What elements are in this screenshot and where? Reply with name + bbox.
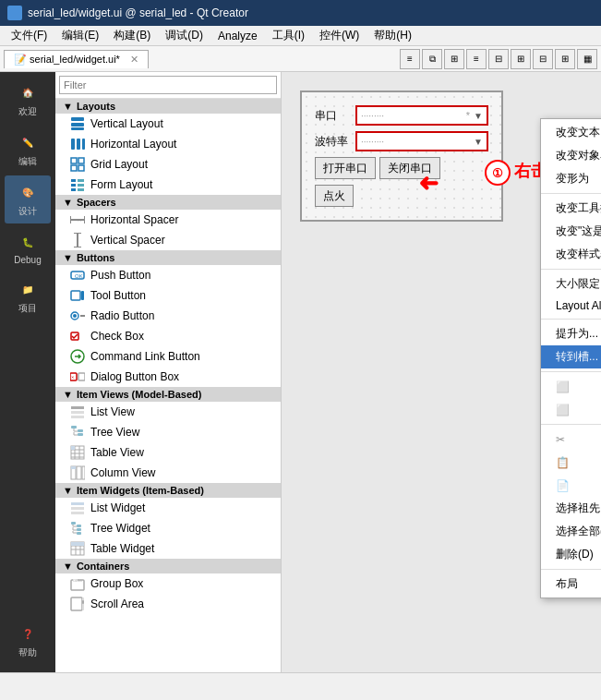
svg-rect-51	[71, 446, 75, 450]
category-item-widgets[interactable]: ▼ Item Widgets (Item-Based)	[55, 483, 281, 498]
combobox-port-arrow[interactable]: ▼	[474, 111, 483, 121]
sidebar-item-debug[interactable]: 🐛 Debug	[5, 225, 51, 271]
tree-view-label: Tree View	[90, 426, 139, 439]
widget-form-layout[interactable]: Form Layout	[55, 175, 281, 195]
svg-rect-41	[78, 429, 83, 432]
tab-widget-ui[interactable]: 📝 serial_led/widget.ui* ✕	[4, 50, 149, 68]
canvas-combobox-baud[interactable]: ········· ▼	[355, 131, 488, 151]
ctx-layout-align[interactable]: Layout Alignment ▶	[541, 296, 601, 316]
category-layouts[interactable]: ▼ Layouts	[55, 99, 281, 114]
toolbar-btn-7[interactable]: ⊟	[533, 49, 553, 69]
menu-debug[interactable]: 调试(D)	[158, 26, 210, 45]
open-serial-button[interactable]: 打开串口	[315, 157, 376, 179]
widget-list-view[interactable]: List View	[55, 402, 281, 422]
svg-rect-12	[71, 184, 76, 187]
widget-table-view[interactable]: Table View	[55, 442, 281, 463]
widget-horizontal-layout[interactable]: Horizontal Layout	[55, 134, 281, 154]
svg-rect-13	[78, 184, 84, 187]
sidebar-item-help[interactable]: ❓ 帮助	[5, 617, 51, 665]
menu-build[interactable]: 构建(B)	[106, 26, 158, 45]
menu-controls[interactable]: 控件(W)	[312, 26, 367, 45]
sidebar-item-welcome[interactable]: 🏠 欢迎	[5, 76, 51, 124]
combobox-baud-arrow[interactable]: ▼	[474, 137, 483, 147]
widget-table-widget[interactable]: Table Widget	[55, 538, 281, 559]
category-containers[interactable]: ▼ Containers	[55, 559, 281, 573]
category-spacers[interactable]: ▼ Spacers	[55, 195, 281, 210]
menu-analyze[interactable]: Analyze	[210, 28, 265, 44]
widget-vertical-spacer[interactable]: Vertical Spacer	[55, 230, 281, 250]
toolbar-btn-1[interactable]: ≡	[400, 49, 420, 69]
widget-dialog-button-box[interactable]: ✕ Dialog Button Box	[55, 367, 281, 387]
widget-vertical-layout[interactable]: Vertical Layout	[55, 114, 281, 134]
svg-rect-82	[82, 600, 84, 604]
ctx-go-to-slot[interactable]: 转到槽...	[541, 345, 601, 368]
menu-help[interactable]: 帮助(H)	[367, 26, 419, 45]
group-box-icon: GBox	[70, 576, 85, 591]
menu-bar: 文件(F) 编辑(E) 构建(B) 调试(D) Analyze 工具(I) 控件…	[0, 26, 601, 46]
toolbar-btn-9[interactable]: ▦	[577, 49, 597, 69]
svg-rect-74	[71, 542, 76, 546]
ctx-change-whatsthis[interactable]: 改变"这是什么"...	[541, 220, 601, 243]
sidebar-item-edit[interactable]: ✏️ 编辑	[5, 126, 51, 174]
ctx-change-text[interactable]: 改变文本...	[541, 121, 601, 144]
center-area: 串口 ········· * ▼ 波特率 ········· ▼	[282, 72, 601, 672]
svg-rect-9	[78, 165, 84, 171]
ctx-promote-label: 提升为...	[556, 326, 598, 342]
toolbar-btn-6[interactable]: ⊞	[511, 49, 531, 69]
widget-push-button[interactable]: OK Push Button	[55, 265, 281, 285]
tab-close-icon[interactable]: ✕	[130, 54, 138, 65]
ctx-send-back[interactable]: ⬜ 放到后面(B)	[541, 375, 601, 398]
ctx-layout[interactable]: 布局 ▶	[541, 573, 601, 596]
sidebar-item-design[interactable]: 🎨 设计	[5, 175, 51, 223]
ctx-promote[interactable]: 提升为...	[541, 322, 601, 345]
svg-rect-11	[78, 179, 84, 182]
toolbar-btn-3[interactable]: ⊞	[444, 49, 464, 69]
widget-command-link-button[interactable]: Command Link Button	[55, 346, 281, 367]
ctx-delete[interactable]: 删除(D)	[541, 543, 601, 566]
vertical-spacer-label: Vertical Spacer	[90, 234, 165, 247]
widget-grid-layout[interactable]: Grid Layout	[55, 154, 281, 175]
menu-edit[interactable]: 编辑(E)	[54, 26, 106, 45]
combobox-port-dots: ·········	[361, 111, 466, 121]
widget-list-widget[interactable]: List Widget	[55, 498, 281, 518]
design-icon: 🎨	[17, 181, 39, 203]
ctx-copy[interactable]: 📋 复制(C)	[541, 451, 601, 474]
ctx-cut[interactable]: ✂ 剪切(I)	[541, 428, 601, 451]
menu-file[interactable]: 文件(F)	[4, 26, 54, 45]
combobox-baud-dots: ·········	[361, 137, 470, 147]
widget-radio-button[interactable]: Radio Button	[55, 306, 281, 326]
ctx-change-tooltip[interactable]: 改变工具提示...	[541, 197, 601, 220]
widget-tree-view[interactable]: Tree View	[55, 422, 281, 442]
ctx-change-stylesheet[interactable]: 改变样式表...	[541, 243, 601, 266]
status-bar	[0, 672, 601, 700]
widget-check-box[interactable]: Check Box	[55, 326, 281, 346]
widget-tool-button[interactable]: Tool Button	[55, 285, 281, 306]
widget-group-box[interactable]: GBox Group Box	[55, 573, 281, 594]
sidebar-item-project[interactable]: 📁 项目	[5, 272, 51, 320]
ctx-size-constraint[interactable]: 大小限定 ▶	[541, 272, 601, 296]
ctx-bring-front[interactable]: ⬜ 放到前面(F)	[541, 398, 601, 421]
ctx-paste[interactable]: 📄 粘贴(P)	[541, 474, 601, 497]
menu-tools[interactable]: 工具(I)	[265, 26, 312, 45]
widget-tree-widget[interactable]: Tree Widget	[55, 518, 281, 538]
ignite-button[interactable]: 点火	[315, 185, 354, 207]
svg-rect-6	[71, 158, 77, 163]
filter-input[interactable]	[59, 76, 277, 94]
toolbar-btn-5[interactable]: ⊟	[488, 49, 509, 69]
category-buttons[interactable]: ▼ Buttons	[55, 250, 281, 265]
svg-rect-25	[71, 291, 80, 300]
toolbar-btn-2[interactable]: ⧉	[422, 49, 442, 69]
ctx-change-name[interactable]: 改变对象名称...	[541, 144, 601, 167]
ctx-select-all[interactable]: 选择全部(A)	[541, 520, 601, 543]
ctx-select-parent[interactable]: 选择祖先 ▶	[541, 497, 601, 520]
toolbar-btn-8[interactable]: ⊞	[555, 49, 575, 69]
toolbar-btn-4[interactable]: ≡	[466, 49, 487, 69]
ctx-cut-icon: ✂	[556, 433, 565, 446]
widget-horizontal-spacer[interactable]: ↔ Horizontal Spacer	[55, 210, 281, 230]
category-item-views[interactable]: ▼ Item Views (Model-Based)	[55, 387, 281, 402]
widget-scroll-area[interactable]: Scroll Area	[55, 594, 281, 614]
canvas-combobox-port[interactable]: ········· * ▼	[355, 105, 488, 126]
widget-column-view[interactable]: Column View	[55, 463, 281, 483]
sidebar-label-debug: Debug	[14, 255, 41, 265]
ctx-morph-into[interactable]: 变形为 ▶	[541, 167, 601, 190]
